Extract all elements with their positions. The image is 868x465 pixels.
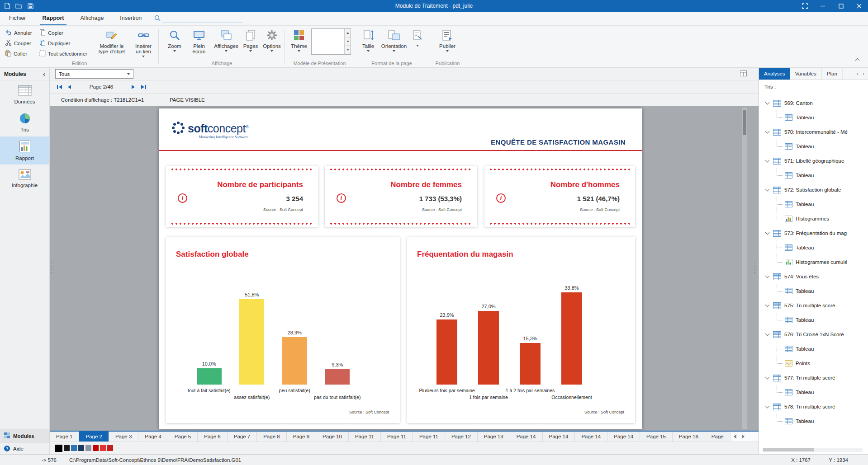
tout-selectionner-button[interactable]: Tout sélectionner [38,49,89,58]
affichages-button[interactable]: Affichages [213,28,239,59]
page-tab[interactable]: Page 1 [50,432,79,442]
panel-tabs-scroll-left-icon[interactable]: ‹ [857,70,859,77]
collapse-ribbon-icon[interactable] [856,59,860,63]
tree-item[interactable]: 575: Tri multiple scoré [759,298,866,313]
chevron-down-icon[interactable] [765,158,770,162]
page-tab[interactable]: Page 10 [316,432,349,442]
page-tab[interactable]: Page 3 [109,432,138,442]
template-dropdown-icon[interactable] [345,46,351,54]
tree-subitem[interactable]: Tableau [759,139,866,154]
presentation-template-preview[interactable] [311,28,351,55]
tree-subitem[interactable]: Tableau [759,168,866,183]
palette-swatch[interactable] [64,445,70,451]
tree-horizontal-scrollbar[interactable] [763,448,863,452]
tab-insertion[interactable]: Insertion [117,12,144,25]
tree-item[interactable]: 570: Intercommunalité - Mé [759,125,866,139]
palette-swatch[interactable] [71,445,77,451]
chevron-down-icon[interactable] [765,404,770,408]
page-tab[interactable]: Page 6 [198,432,227,442]
sidebar-item-donnees[interactable]: Données [0,80,49,108]
page-tab[interactable]: Page 14 [575,432,607,442]
modifier-type-objet-button[interactable]: Modifier le type d'objet [97,28,127,59]
tab-rapport[interactable]: Rapport [40,12,67,25]
chevron-down-icon[interactable] [765,375,770,379]
page-tab[interactable]: Page 4 [138,432,168,442]
fullscreen-toggle-icon[interactable] [796,0,814,12]
chevron-down-icon[interactable] [765,302,770,307]
sidebar-item-rapport[interactable]: Rapport [0,136,49,164]
page-tab[interactable]: Page 12 [445,432,478,442]
chevron-down-icon[interactable] [765,331,770,336]
scrollbar-thumb[interactable] [763,448,814,451]
tree-item[interactable]: 569: Canton [759,96,866,110]
page-tab[interactable]: Page 9 [287,432,316,442]
palette-swatch[interactable] [85,445,91,451]
search-input[interactable] [162,14,243,23]
tree-subitem[interactable]: Histogrammes [759,211,866,226]
annuler-button[interactable]: Annuler [4,28,33,38]
tree-item[interactable]: 571: Libellé géographique [759,154,866,168]
tree-subitem[interactable]: Tableau [759,240,866,255]
tree-item[interactable]: 574: Vous êtes [759,269,866,284]
inserer-lien-button[interactable]: Insérer un lien [130,28,157,59]
page-tab[interactable]: Page 16 [673,432,705,442]
page-tab[interactable]: Page 2 [79,432,109,442]
tab-analyses[interactable]: Analyses [759,68,790,80]
tree-subitem[interactable]: Tableau [759,414,866,428]
theme-button[interactable]: Thème [289,28,309,59]
page-tab[interactable]: Page 7 [228,432,257,442]
palette-swatch[interactable] [100,445,106,451]
tab-affichage[interactable]: Affichage [77,12,106,25]
taille-button[interactable]: Taille [358,28,379,59]
sidebar-item-infographie[interactable]: Infographie [0,164,49,193]
save-icon[interactable] [28,3,33,9]
dupliquer-button[interactable]: Dupliquer [38,38,89,48]
maximize-icon[interactable] [832,0,850,12]
chevron-down-icon[interactable] [765,187,770,191]
plein-ecran-button[interactable]: Plein écran [186,28,212,59]
page-tab[interactable]: Page 14 [543,432,575,442]
page-tab[interactable]: Page [705,432,730,442]
palette-swatch[interactable] [93,445,99,451]
pages-button[interactable]: Pages [240,28,261,59]
page-setup-button[interactable] [409,28,426,59]
tree-subitem[interactable]: Histogrammes cumulé [759,255,866,269]
sidebar-item-tris[interactable]: Tris [0,108,49,136]
next-page-icon[interactable] [128,82,138,91]
tree-subitem[interactable]: Points [759,356,866,371]
publier-button[interactable]: Publier [436,28,459,59]
tab-variables[interactable]: Variables [790,68,822,80]
modules-panel-button[interactable]: Modules [0,429,49,442]
chevron-down-icon[interactable] [765,129,770,133]
palette-swatch[interactable] [107,445,113,451]
new-document-icon[interactable] [5,3,10,9]
page-tab[interactable]: Page 5 [168,432,198,442]
zoom-button[interactable]: Zoom [163,28,186,59]
tree-subitem[interactable]: Tableau [759,342,866,356]
spin-up-icon[interactable] [345,29,351,38]
page-tab[interactable]: Page 8 [257,432,286,442]
right-splitter-grip[interactable] [754,263,755,274]
spin-down-icon[interactable] [345,38,351,46]
palette-swatch[interactable] [78,445,84,451]
page-indicator[interactable]: Page 2/46 [74,84,128,89]
orientation-button[interactable]: Orientation [379,28,408,59]
aide-button[interactable]: ? Aide [0,442,49,454]
tree-item[interactable]: 576: Tri Croisé 1xN Scoré [759,327,866,342]
open-folder-icon[interactable] [15,3,22,9]
collapse-sidebar-icon[interactable]: ‹ [43,70,45,77]
tab-plan[interactable]: Plan [822,68,843,80]
palette-swatch[interactable] [55,445,62,452]
page-tab[interactable]: Page 14 [607,432,640,442]
tabs-scroll-right-icon[interactable] [741,434,745,440]
tree-item[interactable]: 577: Tri multiple scoré [759,371,866,385]
minimize-icon[interactable] [814,0,832,12]
couper-button[interactable]: Couper [4,38,33,48]
tree-subitem[interactable]: Tableau [759,110,866,125]
tree-item[interactable]: 572: Satisfaction globale [759,183,866,197]
chevron-down-icon[interactable] [765,273,770,278]
scrollbar-thumb[interactable] [743,110,746,135]
chevron-down-icon[interactable] [765,100,770,104]
panel-layout-icon[interactable] [740,70,747,78]
first-page-icon[interactable] [54,82,64,91]
